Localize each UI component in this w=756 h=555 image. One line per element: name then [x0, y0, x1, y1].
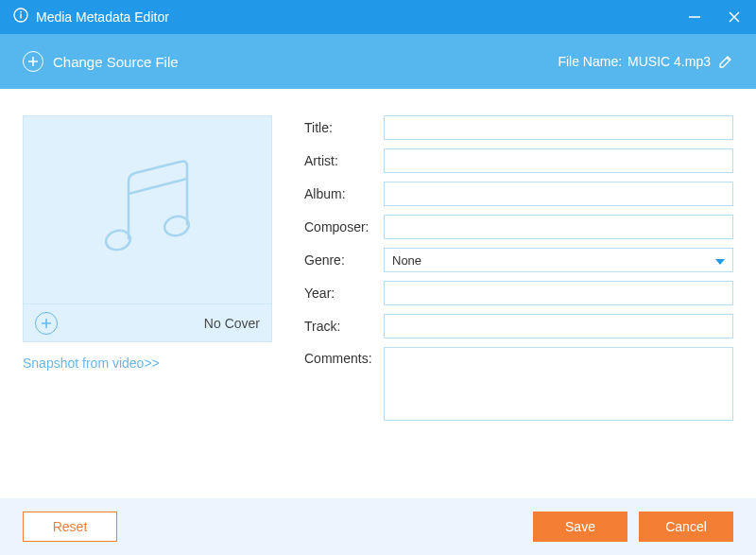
file-name-value: MUSIC 4.mp3 — [627, 54, 711, 69]
change-source-button[interactable]: Change Source File — [23, 51, 179, 72]
row-comments: Comments: — [304, 347, 733, 425]
row-artist: Artist: — [304, 148, 733, 173]
pencil-icon — [718, 54, 733, 69]
track-input[interactable] — [384, 314, 733, 338]
label-track: Track: — [304, 319, 384, 334]
cover-art-box: No Cover — [23, 115, 272, 342]
metadata-form: Title: Artist: Album: Composer: Genre: N… — [304, 115, 733, 489]
cover-bar: No Cover — [24, 304, 271, 341]
row-genre: Genre: None — [304, 248, 733, 272]
svg-point-1 — [20, 11, 22, 13]
toolbar: Change Source File File Name: MUSIC 4.mp… — [0, 34, 756, 89]
window-controls — [686, 9, 743, 26]
row-album: Album: — [304, 182, 733, 206]
label-album: Album: — [304, 186, 384, 201]
year-input[interactable] — [384, 281, 733, 305]
footer: Reset Save Cancel — [0, 498, 756, 555]
minimize-icon — [688, 10, 701, 24]
cover-art-placeholder — [24, 116, 271, 304]
edit-filename-button[interactable] — [718, 54, 733, 69]
comments-input[interactable] — [384, 347, 733, 421]
album-input[interactable] — [384, 182, 733, 206]
title-bar: Media Metadata Editor — [0, 0, 756, 34]
change-source-label: Change Source File — [53, 54, 179, 70]
cancel-button[interactable]: Cancel — [639, 512, 733, 542]
close-button[interactable] — [726, 9, 743, 26]
window-title: Media Metadata Editor — [36, 9, 686, 25]
composer-input[interactable] — [384, 215, 733, 239]
plus-icon — [23, 51, 43, 72]
file-name-label: File Name: — [558, 54, 622, 69]
no-cover-label: No Cover — [204, 316, 260, 331]
snapshot-from-video-link[interactable]: Snapshot from video>> — [23, 356, 160, 371]
cover-column: No Cover Snapshot from video>> — [23, 115, 272, 489]
add-cover-button[interactable] — [35, 312, 58, 335]
row-year: Year: — [304, 281, 733, 305]
label-genre: Genre: — [304, 252, 384, 268]
label-composer: Composer: — [304, 219, 384, 234]
close-icon — [728, 10, 741, 24]
reset-button[interactable]: Reset — [23, 512, 117, 542]
svg-rect-2 — [20, 14, 21, 19]
title-input[interactable] — [384, 115, 733, 140]
row-composer: Composer: — [304, 215, 733, 239]
info-icon — [13, 8, 28, 26]
genre-value: None — [392, 253, 421, 268]
artist-input[interactable] — [384, 148, 733, 173]
label-title: Title: — [304, 120, 384, 135]
genre-select[interactable]: None — [384, 248, 733, 272]
plus-icon — [41, 318, 52, 329]
label-year: Year: — [304, 286, 384, 301]
music-note-icon — [86, 148, 209, 271]
row-track: Track: — [304, 314, 733, 338]
label-artist: Artist: — [304, 153, 384, 168]
minimize-button[interactable] — [686, 9, 703, 26]
save-button[interactable]: Save — [533, 512, 627, 542]
chevron-down-icon — [715, 253, 725, 268]
main-content: No Cover Snapshot from video>> Title: Ar… — [0, 89, 756, 498]
label-comments: Comments: — [304, 347, 384, 366]
row-title: Title: — [304, 115, 733, 140]
